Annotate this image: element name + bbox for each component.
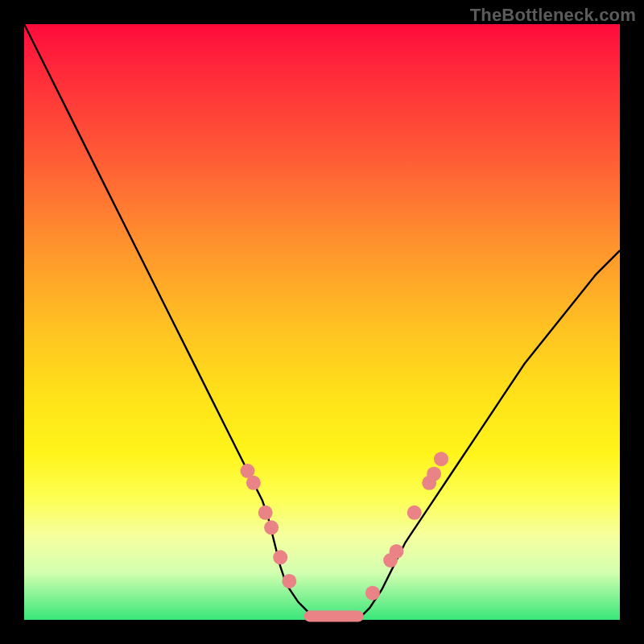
data-marker	[273, 550, 287, 564]
curve-line	[24, 24, 620, 620]
bottleneck-curve	[24, 24, 620, 620]
data-marker	[390, 544, 404, 559]
chart-frame: TheBottleneck.com	[0, 0, 644, 644]
data-marker	[427, 467, 441, 481]
trough-marker	[304, 611, 364, 622]
data-marker	[258, 506, 273, 520]
data-marker	[246, 476, 261, 490]
watermark-text: TheBottleneck.com	[470, 5, 636, 26]
data-marker	[434, 452, 448, 466]
data-marker	[407, 506, 422, 520]
data-marker	[365, 586, 380, 601]
markers-right	[365, 452, 448, 601]
plot-area	[24, 24, 620, 620]
markers-left	[241, 464, 297, 588]
data-marker	[264, 520, 279, 535]
data-marker	[282, 574, 296, 588]
